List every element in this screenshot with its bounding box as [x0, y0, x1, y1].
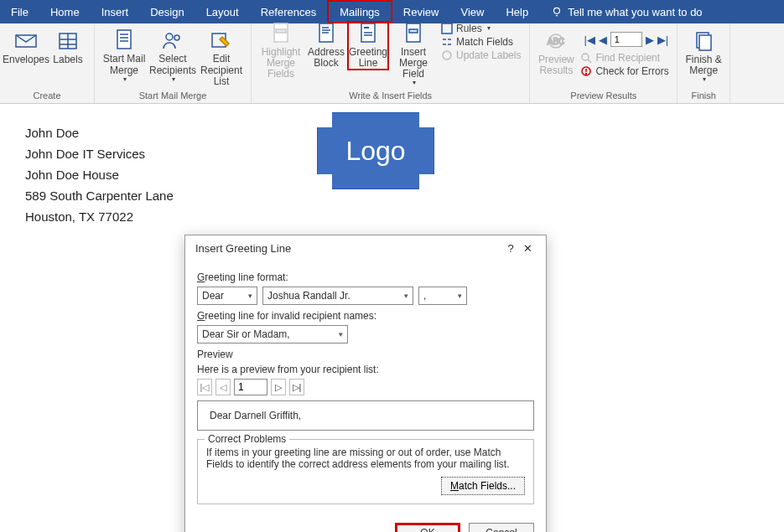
greeting-line-icon: [356, 23, 381, 44]
chevron-down-icon: ▾: [123, 76, 127, 84]
finish-merge-label: Finish & Merge: [685, 54, 721, 76]
menu-design[interactable]: Design: [139, 0, 195, 23]
start-mail-merge-button[interactable]: Start Mail Merge▾: [100, 28, 148, 85]
svg-rect-24: [409, 29, 418, 33]
dialog-titlebar: Insert Greeting Line ? ✕: [185, 235, 546, 261]
greeting-line-label: Greeting Line: [349, 47, 387, 69]
last-record-icon[interactable]: ▶|: [657, 34, 668, 46]
preview-results-icon: ABC: [543, 30, 569, 52]
document-icon: [112, 29, 137, 51]
preview-prev-button[interactable]: ◁: [215, 379, 231, 395]
rules-icon: [441, 23, 453, 34]
preview-hint: Here is a preview from your recipient li…: [197, 364, 534, 375]
chevron-down-icon: ▾: [458, 292, 462, 300]
svg-rect-6: [117, 30, 131, 49]
match-fields-label: Match Fields: [456, 36, 513, 48]
preview-next-button[interactable]: ▷: [271, 379, 286, 395]
preview-index-input[interactable]: [234, 379, 267, 395]
punctuation-select[interactable]: ,▾: [418, 287, 467, 305]
svg-rect-14: [276, 29, 286, 33]
correct-problems-text: If items in your greeting line are missi…: [206, 447, 525, 470]
highlight-merge-fields-button[interactable]: Highlight Merge Fields: [257, 21, 305, 82]
chevron-down-icon: ▾: [248, 292, 252, 300]
address-block-button[interactable]: Address Block: [305, 21, 347, 70]
record-number-input[interactable]: [610, 32, 642, 47]
tell-me-label: Tell me what you want to do: [568, 6, 702, 18]
svg-point-32: [586, 74, 587, 75]
invalid-label: Greeting line for invalid recipient name…: [197, 310, 534, 322]
menu-file[interactable]: File: [0, 0, 39, 23]
address-block-icon: [314, 23, 339, 44]
format-label: Greeting line format:: [197, 271, 534, 283]
next-record-icon[interactable]: ▶: [646, 34, 654, 46]
preview-text: Dear Darnell Griffith,: [197, 400, 534, 431]
invalid-greeting-select[interactable]: Dear Sir or Madam,▾: [197, 325, 348, 343]
preview-last-button[interactable]: ▷|: [289, 379, 304, 395]
preview-first-button[interactable]: |◁: [197, 379, 212, 395]
check-errors-button[interactable]: Check for Errors: [580, 65, 672, 77]
update-labels-label: Update Labels: [456, 49, 521, 61]
insert-greeting-line-dialog: Insert Greeting Line ? ✕ Greeting line f…: [184, 235, 547, 532]
salutation-select[interactable]: Dear▾: [197, 287, 257, 305]
chevron-down-icon: ▾: [339, 330, 343, 338]
search-icon: [580, 52, 592, 64]
insert-merge-field-button[interactable]: Insert Merge Field▾: [389, 21, 438, 89]
salutation-value: Dear: [202, 290, 224, 302]
match-fields-button[interactable]: Match Fields: [441, 36, 521, 48]
find-recipient-button[interactable]: Find Recipient: [580, 52, 672, 64]
select-recipients-button[interactable]: Select Recipients▾: [148, 28, 197, 85]
menu-insert[interactable]: Insert: [91, 0, 140, 23]
chevron-down-icon: ▾: [703, 76, 706, 84]
group-label-finish: Finish: [692, 89, 716, 103]
rules-label: Rules: [456, 23, 482, 34]
insert-merge-field-label: Insert Merge Field: [391, 47, 436, 80]
find-recipient-label: Find Recipient: [595, 52, 660, 64]
preview-label: Preview: [197, 349, 534, 360]
invalid-greeting-value: Dear Sir or Madam,: [202, 328, 290, 340]
update-labels-button[interactable]: Update Labels: [441, 49, 521, 61]
people-icon: [160, 29, 185, 51]
chevron-down-icon: ▾: [413, 80, 416, 87]
ribbon-group-finish: Finish & Merge▾ Finish: [678, 23, 730, 103]
first-record-icon[interactable]: |◀: [584, 34, 594, 46]
labels-button[interactable]: Labels: [47, 28, 89, 67]
preview-results-button[interactable]: ABC Preview Results: [535, 28, 577, 78]
match-fields-dialog-button[interactable]: Match Fields...: [441, 477, 525, 495]
lightbulb-icon: [551, 6, 563, 18]
match-fields-icon: [441, 36, 453, 48]
name-format-select[interactable]: Joshua Randall Jr.▾: [262, 287, 413, 305]
start-mail-merge-label: Start Mail Merge: [103, 54, 146, 75]
svg-text:ABC: ABC: [548, 37, 565, 46]
logo-badge: Logo: [317, 112, 434, 189]
correct-problems-legend: Correct Problems: [205, 433, 289, 445]
help-icon[interactable]: ?: [502, 242, 519, 255]
envelopes-button[interactable]: Envelopes: [5, 28, 47, 67]
close-icon[interactable]: ✕: [519, 242, 536, 255]
tell-me-search[interactable]: Tell me what you want to do: [539, 6, 702, 18]
ribbon-group-preview: ABC Preview Results |◀ ◀ ▶ ▶| Find Recip…: [530, 23, 678, 103]
menu-home[interactable]: Home: [39, 0, 91, 23]
ribbon-group-write: Highlight Merge Fields Address Block Gre…: [252, 23, 530, 103]
group-label-write: Write & Insert Fields: [349, 89, 432, 103]
document-area: John Doe John Doe IT Services John Doe H…: [0, 104, 784, 239]
ribbon: Envelopes Labels Create Start Mail Merge…: [0, 23, 784, 104]
svg-rect-25: [442, 23, 452, 34]
cancel-button[interactable]: Cancel: [469, 523, 534, 532]
svg-point-28: [582, 54, 589, 60]
envelope-icon: [13, 30, 39, 52]
prev-record-icon[interactable]: ◀: [599, 34, 607, 46]
svg-rect-34: [699, 35, 711, 50]
finish-merge-button[interactable]: Finish & Merge▾: [683, 28, 724, 85]
address-block-label: Address Block: [308, 47, 345, 69]
envelopes-label: Envelopes: [3, 54, 49, 65]
edit-recipient-list-button[interactable]: Edit Recipient List: [197, 28, 246, 89]
menu-layout[interactable]: Layout: [195, 0, 250, 23]
svg-line-29: [588, 59, 591, 63]
svg-point-10: [166, 34, 173, 40]
greeting-line-button[interactable]: Greeting Line: [347, 21, 389, 70]
select-recipients-label: Select Recipients: [149, 54, 196, 75]
ok-button[interactable]: OK: [395, 523, 460, 532]
name-format-value: Joshua Randall Jr.: [267, 290, 350, 302]
highlight-icon: [268, 23, 293, 44]
rules-button[interactable]: Rules▾: [441, 23, 521, 34]
